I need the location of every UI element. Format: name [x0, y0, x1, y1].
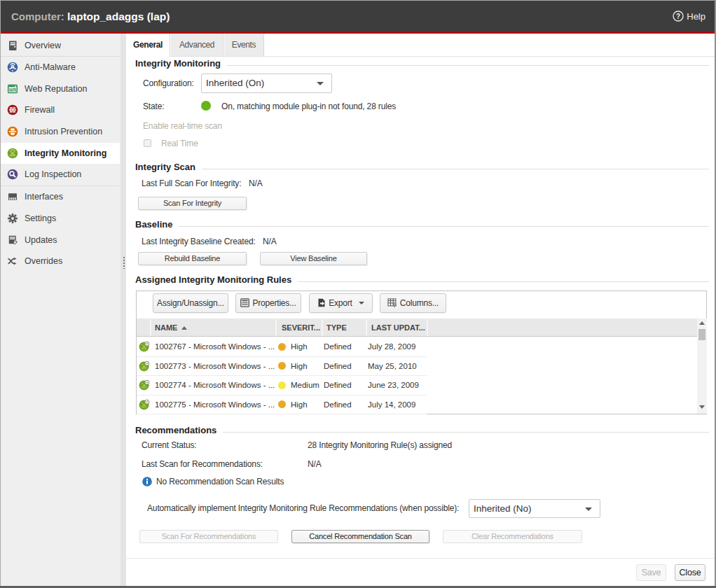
svg-text:WR: WR	[9, 87, 17, 92]
svg-text:?: ?	[676, 13, 680, 20]
